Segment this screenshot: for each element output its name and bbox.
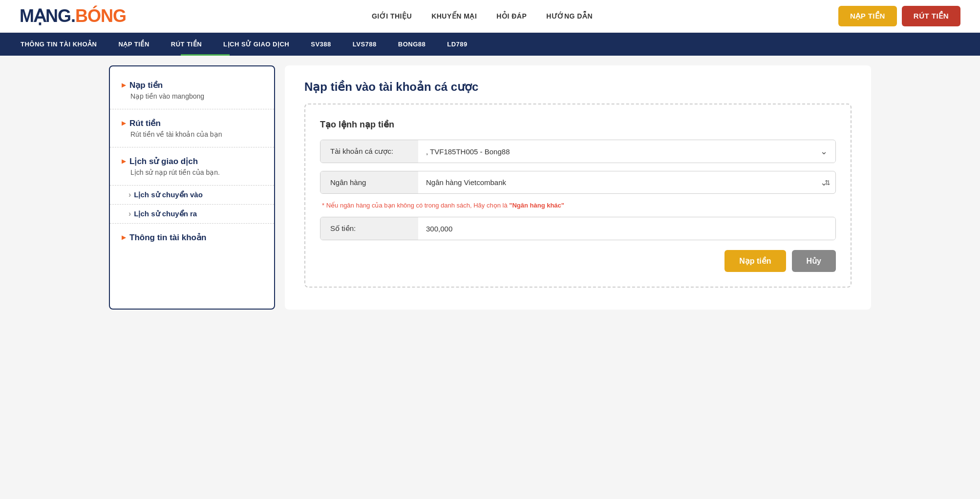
submit-button[interactable]: Nạp tiền: [724, 250, 786, 272]
logo-dot: .: [71, 6, 75, 26]
top-buttons: NẠP TIỀN RÚT TIỀN: [838, 6, 960, 26]
logo-mang: MẠNG: [20, 6, 71, 26]
sidebar-sub-chuyen-ra[interactable]: Lịch sử chuyển ra: [110, 205, 274, 224]
nav-ld789[interactable]: LD789: [436, 33, 478, 56]
nav-lich-su-giao-dich[interactable]: LỊCH SỬ GIAO DỊCH: [213, 33, 300, 56]
account-select-wrapper[interactable]: , TVF185TH005 - Bong88: [418, 141, 835, 163]
bank-select-wrapper[interactable]: Ngân hàng Vietcombank ⇅: [418, 171, 835, 193]
main-container: Nạp tiền Nạp tiền vào mangbong Rút tiền …: [99, 56, 881, 319]
amount-input[interactable]: 300,000: [418, 218, 835, 240]
nav-sv388[interactable]: SV388: [300, 33, 342, 56]
form-container: Tạo lệnh nạp tiền Tài khoản cá cược: , T…: [304, 104, 852, 288]
account-select[interactable]: , TVF185TH005 - Bong88: [418, 141, 835, 163]
nap-tien-top-button[interactable]: NẠP TIỀN: [838, 6, 897, 26]
cancel-button[interactable]: Hủy: [792, 250, 836, 272]
account-label: Tài khoản cá cược:: [320, 140, 418, 163]
nav-thong-tin-tai-khoan[interactable]: THÔNG TIN TÀI KHOẢN: [10, 33, 107, 56]
sidebar-item-thong-tin[interactable]: Thông tin tài khoản: [110, 224, 274, 251]
page-title: Nạp tiền vào tài khoản cá cược: [304, 80, 852, 94]
sidebar-item-nap-tien[interactable]: Nạp tiền Nạp tiền vào mangbong: [110, 71, 274, 109]
bank-label: Ngân hàng: [320, 171, 418, 193]
top-nav: GIỚI THIỆU KHUYẾN MẠI HỎI ĐÁP HƯỚNG DẪN: [372, 12, 593, 20]
amount-field-row: Số tiền: 300,000: [320, 217, 836, 240]
amount-label: Số tiền:: [320, 217, 418, 240]
main-nav-bar: THÔNG TIN TÀI KHOẢN NẠP TIỀN RÚT TIỀN LỊ…: [0, 33, 980, 56]
form-section-title: Tạo lệnh nạp tiền: [320, 119, 836, 130]
sidebar-chuyen-vao-title: Lịch sử chuyển vào: [128, 190, 262, 199]
rut-tien-top-button[interactable]: RÚT TIỀN: [902, 6, 960, 26]
nav-bong88[interactable]: BONG88: [387, 33, 436, 56]
nav-khuyen-mai[interactable]: KHUYẾN MẠI: [431, 12, 477, 20]
bank-warning: * Nếu ngân hàng của bạn không có trong d…: [320, 202, 836, 209]
nav-active-underline: [181, 54, 230, 56]
sidebar-item-rut-tien[interactable]: Rút tiền Rút tiền về tài khoản của bạn: [110, 109, 274, 147]
sidebar-rut-tien-title: Rút tiền: [122, 118, 262, 128]
nav-lvs788[interactable]: LVS788: [342, 33, 387, 56]
sidebar: Nạp tiền Nạp tiền vào mangbong Rút tiền …: [109, 65, 275, 310]
nav-gioi-thieu[interactable]: GIỚI THIỆU: [372, 12, 412, 20]
sidebar-lich-su-desc: Lịch sử nạp rút tiền của bạn.: [122, 168, 262, 176]
bank-select-arrows: ⇅: [825, 179, 835, 187]
sidebar-nap-tien-title: Nạp tiền: [122, 80, 262, 90]
bank-field-row: Ngân hàng Ngân hàng Vietcombank ⇅: [320, 171, 836, 194]
nav-huong-dan[interactable]: HƯỚNG DẪN: [546, 12, 593, 20]
top-header: MẠNG.BÓNG GIỚI THIỆU KHUYẾN MẠI HỎI ĐÁP …: [0, 0, 980, 33]
sidebar-rut-tien-desc: Rút tiền về tài khoản của bạn: [122, 130, 262, 138]
logo-bong: BÓNG: [75, 6, 126, 26]
nav-hoi-dap[interactable]: HỎI ĐÁP: [496, 12, 527, 20]
sidebar-sub-chuyen-vao[interactable]: Lịch sử chuyển vào: [110, 186, 274, 205]
sidebar-thong-tin-title: Thông tin tài khoản: [122, 232, 262, 243]
sidebar-nap-tien-desc: Nạp tiền vào mangbong: [122, 92, 262, 100]
form-actions: Nạp tiền Hủy: [320, 250, 836, 272]
logo: MẠNG.BÓNG: [20, 6, 126, 26]
sidebar-item-lich-su[interactable]: Lịch sử giao dịch Lịch sử nạp rút tiền c…: [110, 147, 274, 186]
sidebar-lich-su-title: Lịch sử giao dịch: [122, 156, 262, 166]
nav-nap-tien[interactable]: NẠP TIỀN: [107, 33, 160, 56]
account-field-row: Tài khoản cá cược: , TVF185TH005 - Bong8…: [320, 140, 836, 163]
sidebar-chuyen-ra-title: Lịch sử chuyển ra: [128, 209, 262, 218]
main-content: Nạp tiền vào tài khoản cá cược Tạo lệnh …: [285, 65, 871, 310]
nav-rut-tien[interactable]: RÚT TIỀN: [160, 33, 213, 56]
bank-select[interactable]: Ngân hàng Vietcombank: [418, 171, 825, 193]
